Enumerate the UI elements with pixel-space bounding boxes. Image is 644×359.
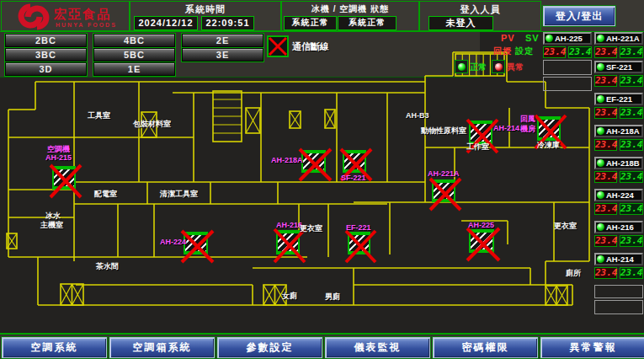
unit-button-ah-216[interactable]: AH-216 xyxy=(594,221,643,233)
room-label: 工作室 xyxy=(466,142,489,153)
unit-sv-value: 23.4 xyxy=(620,139,643,151)
equipment-tag: AH-214 xyxy=(493,124,519,132)
room-label: 配電室 xyxy=(94,189,117,200)
time-display: 22:09:51 xyxy=(201,16,254,30)
floor-button-2bc[interactable]: 2BC xyxy=(5,34,87,47)
unit-button-ah-214[interactable]: AH-214 xyxy=(594,253,643,265)
unit-button-ah-218b[interactable]: AH-218B xyxy=(594,157,643,169)
unit-status-led xyxy=(546,35,553,42)
room-label: 冷凍庫 xyxy=(537,140,560,151)
equipment-tag: AH-218A xyxy=(271,156,303,164)
date-display: 2024/12/12 xyxy=(134,16,198,30)
unit-status-led xyxy=(597,63,604,71)
room-label: AH-B3 xyxy=(406,111,429,120)
sv-subheader: 設定 xyxy=(515,46,534,57)
unit-status-led xyxy=(597,191,604,199)
unit-icon-comm-lost[interactable] xyxy=(301,150,326,173)
floor-button-1e[interactable]: 1E xyxy=(93,62,175,76)
unit-name-label: AH-225 xyxy=(555,34,583,43)
empty-unit-slot xyxy=(543,60,592,75)
chiller-status: 系統正常 xyxy=(284,16,337,30)
unit-icon-comm-lost[interactable] xyxy=(348,232,370,255)
unit-name-label: EF-221 xyxy=(606,94,632,104)
sv-header: SV xyxy=(525,33,540,43)
unit-button-ef-221[interactable]: EF-221 xyxy=(594,93,643,105)
unit-icon-comm-lost[interactable] xyxy=(432,180,455,202)
unit-button-ah-225[interactable]: AH-225 xyxy=(543,32,592,45)
unit-sv-value: 23.4 xyxy=(620,46,643,58)
unit-status-led xyxy=(597,255,604,263)
unit-sv-value: 23.4 xyxy=(620,203,643,215)
equipment-tag: SF-221 xyxy=(341,174,366,182)
unit-icon-comm-lost[interactable] xyxy=(469,229,494,253)
unit-icon-comm-lost[interactable] xyxy=(537,116,561,141)
room-label: 廁所 xyxy=(566,268,581,279)
equipment-tag: AH-225 xyxy=(468,221,494,229)
pv-header: PV xyxy=(501,33,515,43)
unit-status-led xyxy=(597,223,604,231)
unit-button-ah-221a[interactable]: AH-221A xyxy=(594,32,643,45)
empty-unit-slot xyxy=(594,300,643,314)
unit-pv-value: 23.4 xyxy=(594,107,617,119)
floor-button-2e[interactable]: 2E xyxy=(182,34,263,47)
unit-name-label: AH-218A xyxy=(606,126,640,136)
nav-button-4[interactable]: 儀表監視 xyxy=(325,337,430,358)
nav-button-5[interactable]: 密碼權限 xyxy=(433,337,538,358)
unit-pv-value: 23.4 xyxy=(543,46,566,58)
room-label: 茶水間 xyxy=(96,261,119,272)
floor-button-3e[interactable]: 3E xyxy=(182,48,263,62)
legend-abnormal-label: 異常 xyxy=(507,62,524,73)
room-label: 包裝材料室 xyxy=(133,119,171,130)
floor-button-3d[interactable]: 3D xyxy=(5,62,87,76)
unit-name-label: AH-216 xyxy=(606,222,634,232)
unit-button-ah-218a[interactable]: AH-218A xyxy=(594,125,643,137)
unit-icon-comm-lost[interactable] xyxy=(343,150,366,173)
unit-sv-value: 23.4 xyxy=(620,171,643,183)
unit-pv-value: 23.4 xyxy=(594,46,617,58)
pv-subheader: 回授 xyxy=(493,46,512,57)
unit-pv-value: 23.4 xyxy=(594,203,617,215)
unit-status-led xyxy=(597,159,604,167)
unit-name-label: SF-221 xyxy=(606,62,632,72)
equipment-tag: AH-216 xyxy=(276,221,302,229)
equipment-tag: AH-221A xyxy=(428,169,460,178)
floor-button-4bc[interactable]: 4BC xyxy=(93,34,175,47)
unit-icon-comm-lost[interactable] xyxy=(52,166,76,190)
unit-status-led xyxy=(597,127,604,135)
unit-sv-value: 23.4 xyxy=(568,46,592,58)
unit-icon-comm-lost[interactable] xyxy=(184,232,208,255)
unit-status-led xyxy=(597,35,604,42)
equipment-tag: AH-215 xyxy=(45,153,72,162)
room-label: 男廁 xyxy=(325,292,340,303)
unit-sv-value: 23.4 xyxy=(620,235,643,247)
nav-button-6[interactable]: 異常警報 xyxy=(540,337,644,358)
comm-loss-icon xyxy=(267,35,289,57)
login-logout-button[interactable]: 登入/登出 xyxy=(543,6,615,26)
room-label: 主機室 xyxy=(40,220,63,231)
room-label: 更衣室 xyxy=(554,221,577,232)
floor-button-3bc[interactable]: 3BC xyxy=(5,48,87,62)
unit-pv-value: 23.4 xyxy=(594,171,617,183)
legend-normal-label: 正常 xyxy=(470,62,487,73)
unit-button-sf-221[interactable]: SF-221 xyxy=(594,61,643,73)
legend-abnormal-led xyxy=(492,60,505,73)
room-label: 清潔工具室 xyxy=(160,189,198,200)
room-label: 工具室 xyxy=(88,110,110,121)
room-label: 更衣室 xyxy=(300,223,322,234)
unit-sv-value: 23.4 xyxy=(620,107,643,119)
nav-button-2[interactable]: 空調箱系統 xyxy=(109,337,215,358)
unit-name-label: AH-218B xyxy=(606,158,640,168)
nav-button-3[interactable]: 參數設定 xyxy=(217,337,322,358)
nav-button-1[interactable]: 空調系統 xyxy=(2,337,107,358)
unit-icon-comm-lost[interactable] xyxy=(276,230,300,255)
unit-name-label: AH-221A xyxy=(606,34,640,43)
equipment-tag: AH-224 xyxy=(160,238,186,246)
empty-unit-slot xyxy=(543,77,592,91)
unit-button-ah-224[interactable]: AH-224 xyxy=(594,189,643,201)
floor-button-5bc[interactable]: 5BC xyxy=(93,48,175,62)
comm-loss-label: 通信斷線 xyxy=(292,40,329,53)
empty-unit-slot xyxy=(594,285,643,298)
unit-pv-value: 23.4 xyxy=(594,75,617,87)
unit-pv-value: 23.4 xyxy=(594,267,617,279)
legend-normal-led xyxy=(455,60,468,73)
